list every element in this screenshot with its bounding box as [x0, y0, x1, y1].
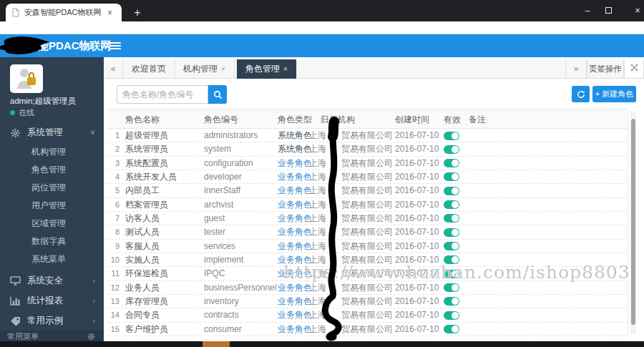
role-type-cell: 业务角色 [278, 281, 312, 295]
role-code-cell: implement [204, 253, 243, 267]
valid-toggle[interactable] [444, 297, 459, 306]
org-cell-suffix: 贸易有限公司 [341, 281, 393, 295]
row-number: 8 [107, 225, 119, 239]
tab-operations-dropdown[interactable]: 页签操作 ▾ [587, 59, 624, 78]
window-maximize-button[interactable] [605, 7, 612, 14]
row-number: 13 [107, 295, 119, 308]
org-cell-prefix: 上海 [309, 295, 326, 308]
watermark-text: https://www.huzhan.com/ishop8803 [283, 262, 634, 283]
sidebar-toggle-icon[interactable] [109, 42, 121, 50]
footer-gear-icon[interactable] [87, 333, 95, 341]
plus-icon: + [595, 89, 600, 98]
valid-toggle[interactable] [444, 325, 459, 333]
refresh-button[interactable] [572, 86, 590, 102]
page-tab[interactable]: 角色管理× [237, 59, 297, 79]
toggle-knob [452, 201, 459, 208]
role-name-cell: 实施人员 [125, 253, 160, 267]
fullscreen-button[interactable] [624, 59, 644, 78]
role-code-cell: configuration [204, 157, 253, 170]
table-row[interactable]: 14合同专员contracts业务角色上海贸易有限公司2016-07-10 [107, 308, 628, 322]
sidebar-submenu-item[interactable]: 机构管理 [0, 143, 104, 161]
tab-close-icon[interactable]: × [283, 65, 288, 73]
window-close-button[interactable]: × [630, 0, 644, 21]
role-code-cell: IPQC [204, 267, 225, 280]
valid-toggle[interactable] [444, 242, 459, 250]
toggle-knob [452, 160, 459, 167]
sidebar-footer[interactable]: 常用菜单 [0, 331, 104, 342]
vertical-scrollbar-thumb[interactable] [631, 119, 635, 325]
org-cell-prefix: 上海 [309, 323, 326, 336]
table-row[interactable]: 2系统管理员system系统角色上海贸易有限公司2016-07-10 [107, 142, 628, 156]
sidebar-section-label: 系统安全 [27, 270, 63, 290]
role-code-cell: archvist [204, 198, 233, 212]
roles-table: 角色名称角色编号角色类型归属机构创建时间有效备注 1超级管理员administr… [107, 109, 628, 336]
page-tab[interactable]: 机构管理× [175, 59, 235, 79]
search-input[interactable] [117, 85, 208, 104]
org-cell-prefix: 上海 [309, 212, 326, 225]
org-cell-prefix: 上海 [309, 240, 326, 253]
valid-toggle[interactable] [444, 172, 459, 181]
new-tab-button[interactable]: + [129, 4, 146, 21]
horizontal-scrollbar[interactable] [0, 341, 644, 347]
table-row[interactable]: 12业务人员businessPersonnel业务角色上海贸易有限公司2016-… [107, 281, 628, 295]
table-row[interactable]: 3系统配置员configuration业务角色上海贸易有限公司2016-07-1… [107, 157, 628, 170]
tabs-scroll-right-button[interactable]: » [565, 59, 587, 78]
page-tab[interactable]: 欢迎首页 [123, 59, 175, 79]
table-row[interactable]: 1超级管理员administrators系统角色上海贸易有限公司2016-07-… [107, 129, 628, 142]
sidebar-section-item[interactable]: 常用示例› [0, 311, 104, 331]
sidebar-section-item[interactable]: 系统安全› [0, 270, 104, 290]
role-type-cell: 业务角色 [278, 323, 312, 336]
window-minimize-button[interactable]: – [580, 0, 595, 21]
created-date-cell: 2016-07-10 [395, 225, 439, 239]
created-date-cell: 2016-07-10 [395, 170, 439, 184]
valid-toggle[interactable] [444, 311, 459, 320]
search-button[interactable] [208, 85, 227, 104]
valid-toggle[interactable] [444, 132, 459, 140]
role-type-cell: 系统角色 [278, 142, 312, 156]
gears-icon [10, 128, 21, 138]
table-row[interactable]: 9客服人员services业务角色上海贸易有限公司2016-07-10 [107, 240, 628, 253]
sidebar-section-item[interactable]: 统计报表› [0, 290, 104, 311]
column-header: 创建时间 [395, 109, 429, 129]
sidebar-submenu-item[interactable]: 系统菜单 [0, 250, 104, 268]
sidebar-submenu-item[interactable]: 角色管理 [0, 161, 104, 179]
search-icon [213, 90, 223, 99]
browser-tab[interactable]: 安森智能PDAC物联网 × [6, 4, 122, 21]
valid-toggle[interactable] [444, 200, 459, 209]
sidebar-menu-system[interactable]: 系统管理 ∨ [0, 123, 104, 142]
valid-toggle[interactable] [444, 145, 459, 154]
sidebar-submenu-item[interactable]: 岗位管理 [0, 179, 104, 197]
table-row[interactable]: 7访客人员guest业务角色上海贸易有限公司2016-07-10 [107, 212, 628, 225]
valid-toggle[interactable] [444, 214, 459, 223]
table-row[interactable]: 13库存管理员inventory业务角色上海贸易有限公司2016-07-10 [107, 295, 628, 308]
sidebar-user-name: admin;超级管理员 [10, 96, 76, 107]
org-cell-suffix: 贸易有限公司 [341, 184, 393, 197]
valid-toggle[interactable] [444, 228, 459, 237]
fullscreen-icon [630, 64, 638, 72]
tab-close-icon[interactable]: × [221, 65, 225, 73]
table-row[interactable]: 6档案管理员archvist业务角色上海贸易有限公司2016-07-10 [107, 198, 628, 212]
role-type-cell: 业务角色 [278, 225, 312, 239]
table-row[interactable]: 5内部员工innerStaff业务角色上海贸易有限公司2016-07-10 [107, 184, 628, 197]
valid-toggle[interactable] [444, 159, 459, 167]
sidebar-submenu-item[interactable]: 用户管理 [0, 197, 104, 215]
tab-close-icon[interactable]: × [107, 8, 112, 18]
table-row[interactable]: 8测试人员tester业务角色上海贸易有限公司2016-07-10 [107, 225, 628, 239]
valid-toggle[interactable] [444, 187, 459, 195]
sidebar-avatar [10, 64, 43, 93]
toggle-knob [452, 187, 459, 195]
table-row[interactable]: 4系统开发人员developer业务角色上海贸易有限公司2016-07-10 [107, 170, 628, 184]
row-number: 5 [107, 184, 119, 197]
row-number: 11 [107, 267, 119, 280]
sidebar-submenu-item[interactable]: 数据字典 [0, 233, 104, 250]
page-tab-label: 机构管理 [183, 64, 218, 74]
sidebar-submenu-item[interactable]: 区域管理 [0, 215, 104, 233]
new-role-button[interactable]: + 新建角色 [592, 86, 636, 102]
valid-toggle[interactable] [444, 283, 459, 292]
tabs-scroll-left-button[interactable]: « [104, 59, 123, 78]
role-name-cell: 内部员工 [125, 184, 160, 197]
chevron-right-icon: › [92, 290, 95, 311]
role-type-cell: 业务角色 [278, 308, 312, 322]
table-row[interactable]: 15客户维护员consumer业务角色上海贸易有限公司2016-07-10 [107, 323, 628, 336]
horizontal-scrollbar-thumb[interactable] [203, 341, 230, 347]
